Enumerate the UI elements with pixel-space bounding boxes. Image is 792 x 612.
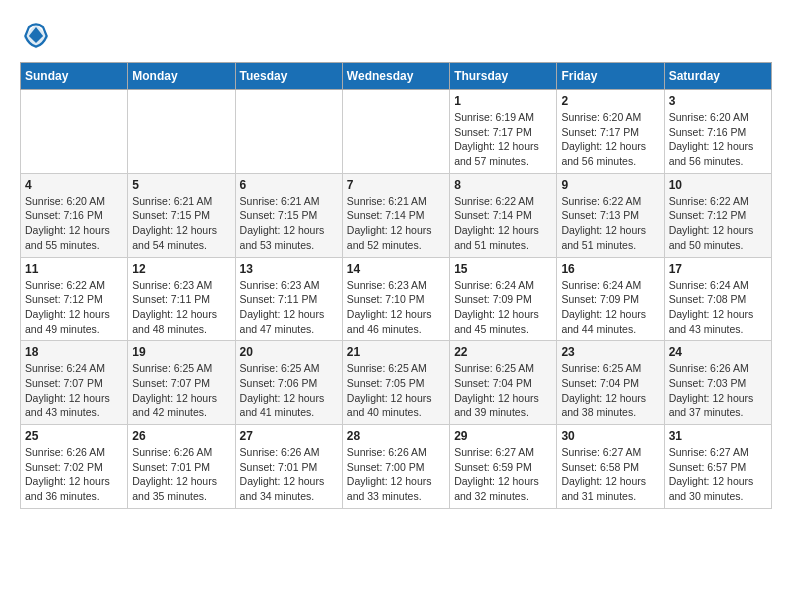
day-detail-24: Sunrise: 6:26 AMSunset: 7:03 PMDaylight:… <box>669 361 767 420</box>
logo <box>20 20 58 52</box>
day-cell-15: 15Sunrise: 6:24 AMSunset: 7:09 PMDayligh… <box>450 257 557 341</box>
day-number-12: 12 <box>132 262 230 276</box>
day-number-11: 11 <box>25 262 123 276</box>
day-detail-9: Sunrise: 6:22 AMSunset: 7:13 PMDaylight:… <box>561 194 659 253</box>
day-number-23: 23 <box>561 345 659 359</box>
header-sunday: Sunday <box>21 63 128 90</box>
day-number-3: 3 <box>669 94 767 108</box>
day-detail-28: Sunrise: 6:26 AMSunset: 7:00 PMDaylight:… <box>347 445 445 504</box>
day-number-26: 26 <box>132 429 230 443</box>
day-number-10: 10 <box>669 178 767 192</box>
day-detail-19: Sunrise: 6:25 AMSunset: 7:07 PMDaylight:… <box>132 361 230 420</box>
day-detail-27: Sunrise: 6:26 AMSunset: 7:01 PMDaylight:… <box>240 445 338 504</box>
day-cell-14: 14Sunrise: 6:23 AMSunset: 7:10 PMDayligh… <box>342 257 449 341</box>
day-cell-6: 6Sunrise: 6:21 AMSunset: 7:15 PMDaylight… <box>235 173 342 257</box>
day-number-30: 30 <box>561 429 659 443</box>
day-number-25: 25 <box>25 429 123 443</box>
day-number-14: 14 <box>347 262 445 276</box>
day-detail-8: Sunrise: 6:22 AMSunset: 7:14 PMDaylight:… <box>454 194 552 253</box>
day-cell-13: 13Sunrise: 6:23 AMSunset: 7:11 PMDayligh… <box>235 257 342 341</box>
day-cell-29: 29Sunrise: 6:27 AMSunset: 6:59 PMDayligh… <box>450 425 557 509</box>
day-detail-21: Sunrise: 6:25 AMSunset: 7:05 PMDaylight:… <box>347 361 445 420</box>
empty-cell <box>128 90 235 174</box>
day-cell-18: 18Sunrise: 6:24 AMSunset: 7:07 PMDayligh… <box>21 341 128 425</box>
day-detail-20: Sunrise: 6:25 AMSunset: 7:06 PMDaylight:… <box>240 361 338 420</box>
day-cell-12: 12Sunrise: 6:23 AMSunset: 7:11 PMDayligh… <box>128 257 235 341</box>
day-cell-8: 8Sunrise: 6:22 AMSunset: 7:14 PMDaylight… <box>450 173 557 257</box>
header-monday: Monday <box>128 63 235 90</box>
day-number-22: 22 <box>454 345 552 359</box>
day-detail-18: Sunrise: 6:24 AMSunset: 7:07 PMDaylight:… <box>25 361 123 420</box>
header-thursday: Thursday <box>450 63 557 90</box>
day-detail-4: Sunrise: 6:20 AMSunset: 7:16 PMDaylight:… <box>25 194 123 253</box>
day-number-2: 2 <box>561 94 659 108</box>
day-detail-5: Sunrise: 6:21 AMSunset: 7:15 PMDaylight:… <box>132 194 230 253</box>
day-detail-13: Sunrise: 6:23 AMSunset: 7:11 PMDaylight:… <box>240 278 338 337</box>
week-row-2: 4Sunrise: 6:20 AMSunset: 7:16 PMDaylight… <box>21 173 772 257</box>
day-cell-21: 21Sunrise: 6:25 AMSunset: 7:05 PMDayligh… <box>342 341 449 425</box>
day-cell-3: 3Sunrise: 6:20 AMSunset: 7:16 PMDaylight… <box>664 90 771 174</box>
calendar-table: SundayMondayTuesdayWednesdayThursdayFrid… <box>20 62 772 509</box>
day-cell-9: 9Sunrise: 6:22 AMSunset: 7:13 PMDaylight… <box>557 173 664 257</box>
empty-cell <box>342 90 449 174</box>
day-detail-2: Sunrise: 6:20 AMSunset: 7:17 PMDaylight:… <box>561 110 659 169</box>
day-number-29: 29 <box>454 429 552 443</box>
header-row: SundayMondayTuesdayWednesdayThursdayFrid… <box>21 63 772 90</box>
day-cell-30: 30Sunrise: 6:27 AMSunset: 6:58 PMDayligh… <box>557 425 664 509</box>
week-row-5: 25Sunrise: 6:26 AMSunset: 7:02 PMDayligh… <box>21 425 772 509</box>
day-detail-6: Sunrise: 6:21 AMSunset: 7:15 PMDaylight:… <box>240 194 338 253</box>
day-number-6: 6 <box>240 178 338 192</box>
day-number-13: 13 <box>240 262 338 276</box>
day-detail-25: Sunrise: 6:26 AMSunset: 7:02 PMDaylight:… <box>25 445 123 504</box>
day-detail-30: Sunrise: 6:27 AMSunset: 6:58 PMDaylight:… <box>561 445 659 504</box>
day-detail-29: Sunrise: 6:27 AMSunset: 6:59 PMDaylight:… <box>454 445 552 504</box>
day-cell-5: 5Sunrise: 6:21 AMSunset: 7:15 PMDaylight… <box>128 173 235 257</box>
day-cell-2: 2Sunrise: 6:20 AMSunset: 7:17 PMDaylight… <box>557 90 664 174</box>
day-number-28: 28 <box>347 429 445 443</box>
header-tuesday: Tuesday <box>235 63 342 90</box>
day-cell-28: 28Sunrise: 6:26 AMSunset: 7:00 PMDayligh… <box>342 425 449 509</box>
day-cell-27: 27Sunrise: 6:26 AMSunset: 7:01 PMDayligh… <box>235 425 342 509</box>
day-number-15: 15 <box>454 262 552 276</box>
day-number-7: 7 <box>347 178 445 192</box>
day-cell-16: 16Sunrise: 6:24 AMSunset: 7:09 PMDayligh… <box>557 257 664 341</box>
week-row-1: 1Sunrise: 6:19 AMSunset: 7:17 PMDaylight… <box>21 90 772 174</box>
day-number-31: 31 <box>669 429 767 443</box>
day-number-17: 17 <box>669 262 767 276</box>
day-cell-26: 26Sunrise: 6:26 AMSunset: 7:01 PMDayligh… <box>128 425 235 509</box>
day-cell-1: 1Sunrise: 6:19 AMSunset: 7:17 PMDaylight… <box>450 90 557 174</box>
day-detail-3: Sunrise: 6:20 AMSunset: 7:16 PMDaylight:… <box>669 110 767 169</box>
day-cell-4: 4Sunrise: 6:20 AMSunset: 7:16 PMDaylight… <box>21 173 128 257</box>
day-number-1: 1 <box>454 94 552 108</box>
day-detail-31: Sunrise: 6:27 AMSunset: 6:57 PMDaylight:… <box>669 445 767 504</box>
day-detail-14: Sunrise: 6:23 AMSunset: 7:10 PMDaylight:… <box>347 278 445 337</box>
page-header <box>20 20 772 52</box>
day-detail-16: Sunrise: 6:24 AMSunset: 7:09 PMDaylight:… <box>561 278 659 337</box>
day-number-4: 4 <box>25 178 123 192</box>
week-row-4: 18Sunrise: 6:24 AMSunset: 7:07 PMDayligh… <box>21 341 772 425</box>
header-wednesday: Wednesday <box>342 63 449 90</box>
day-detail-1: Sunrise: 6:19 AMSunset: 7:17 PMDaylight:… <box>454 110 552 169</box>
day-cell-24: 24Sunrise: 6:26 AMSunset: 7:03 PMDayligh… <box>664 341 771 425</box>
day-cell-10: 10Sunrise: 6:22 AMSunset: 7:12 PMDayligh… <box>664 173 771 257</box>
day-detail-17: Sunrise: 6:24 AMSunset: 7:08 PMDaylight:… <box>669 278 767 337</box>
day-cell-31: 31Sunrise: 6:27 AMSunset: 6:57 PMDayligh… <box>664 425 771 509</box>
day-cell-23: 23Sunrise: 6:25 AMSunset: 7:04 PMDayligh… <box>557 341 664 425</box>
day-detail-23: Sunrise: 6:25 AMSunset: 7:04 PMDaylight:… <box>561 361 659 420</box>
week-row-3: 11Sunrise: 6:22 AMSunset: 7:12 PMDayligh… <box>21 257 772 341</box>
logo-icon <box>20 20 52 52</box>
day-number-8: 8 <box>454 178 552 192</box>
day-cell-22: 22Sunrise: 6:25 AMSunset: 7:04 PMDayligh… <box>450 341 557 425</box>
day-detail-12: Sunrise: 6:23 AMSunset: 7:11 PMDaylight:… <box>132 278 230 337</box>
empty-cell <box>21 90 128 174</box>
day-number-20: 20 <box>240 345 338 359</box>
day-detail-15: Sunrise: 6:24 AMSunset: 7:09 PMDaylight:… <box>454 278 552 337</box>
day-cell-17: 17Sunrise: 6:24 AMSunset: 7:08 PMDayligh… <box>664 257 771 341</box>
day-detail-26: Sunrise: 6:26 AMSunset: 7:01 PMDaylight:… <box>132 445 230 504</box>
day-number-5: 5 <box>132 178 230 192</box>
day-detail-11: Sunrise: 6:22 AMSunset: 7:12 PMDaylight:… <box>25 278 123 337</box>
day-cell-20: 20Sunrise: 6:25 AMSunset: 7:06 PMDayligh… <box>235 341 342 425</box>
day-number-16: 16 <box>561 262 659 276</box>
day-cell-11: 11Sunrise: 6:22 AMSunset: 7:12 PMDayligh… <box>21 257 128 341</box>
day-number-19: 19 <box>132 345 230 359</box>
